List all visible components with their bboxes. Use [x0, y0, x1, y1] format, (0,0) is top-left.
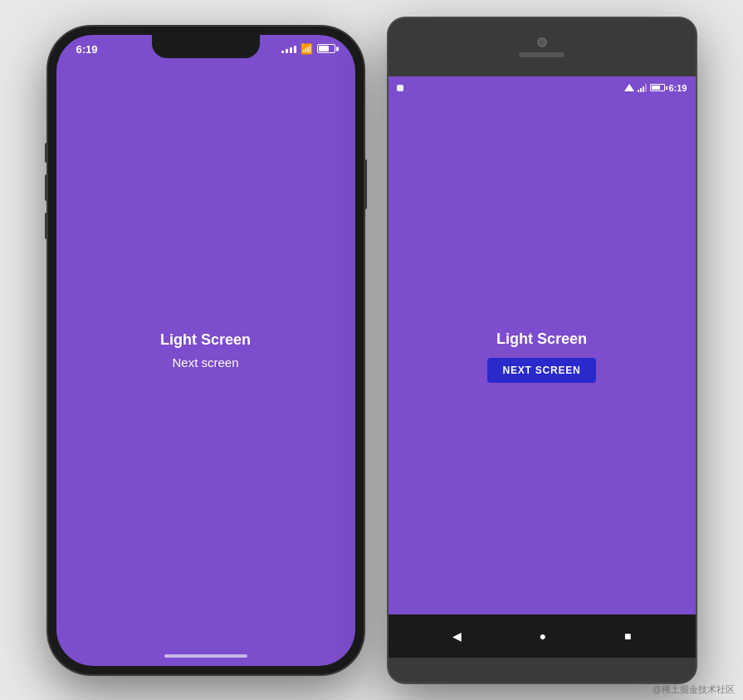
ios-status-icons: 📶 — [281, 43, 335, 55]
ios-content: Light Screen Next screen — [160, 331, 251, 370]
ios-screen-subtitle: Next screen — [172, 355, 238, 370]
ios-battery-icon — [317, 44, 335, 53]
android-phone: 6:19 Light Screen NEXT SCREEN ◀ ● ■ — [389, 18, 696, 683]
android-notification-icons — [397, 85, 625, 91]
ios-battery-fill — [319, 46, 330, 51]
android-status-bar: 6:19 — [389, 76, 696, 100]
android-battery-fill — [652, 86, 659, 90]
ios-power-button — [364, 159, 367, 209]
ios-phone: 6:19 📶 Light Screen Next screen — [48, 27, 364, 674]
android-battery-icon — [650, 84, 665, 91]
android-bottom-bezel — [389, 658, 696, 683]
ios-screen-title: Light Screen — [160, 331, 251, 349]
ios-volume-down-button — [45, 213, 48, 239]
ios-volume-up-button — [45, 174, 48, 201]
ios-left-buttons — [45, 143, 48, 239]
ios-home-indicator[interactable] — [164, 654, 247, 658]
android-screen-title: Light Screen — [496, 330, 587, 348]
watermark: @稀土掘金技术社区 — [653, 683, 735, 696]
ios-screen: 6:19 📶 Light Screen Next screen — [56, 35, 355, 666]
ios-notch — [152, 35, 260, 58]
ios-wifi-icon: 📶 — [301, 43, 313, 55]
android-camera — [537, 37, 547, 47]
android-main-content: Light Screen NEXT SCREEN — [389, 100, 696, 614]
ios-silent-button — [45, 143, 48, 163]
android-screen: 6:19 Light Screen NEXT SCREEN ◀ ● ■ — [389, 76, 696, 658]
android-recents-button[interactable]: ■ — [624, 629, 631, 643]
android-notification-dot — [397, 85, 403, 91]
android-home-button[interactable]: ● — [540, 629, 546, 643]
android-signal-icon — [638, 84, 647, 92]
android-wifi-icon — [624, 84, 634, 91]
android-time: 6:19 — [668, 83, 687, 93]
android-speaker — [519, 52, 565, 57]
android-top-bezel — [389, 18, 696, 76]
android-status-icons: 6:19 — [624, 83, 687, 93]
android-nav-bar: ◀ ● ■ — [389, 614, 696, 658]
android-back-button[interactable]: ◀ — [452, 629, 462, 643]
ios-signal-icon — [281, 45, 296, 53]
next-screen-button[interactable]: NEXT SCREEN — [487, 358, 595, 383]
